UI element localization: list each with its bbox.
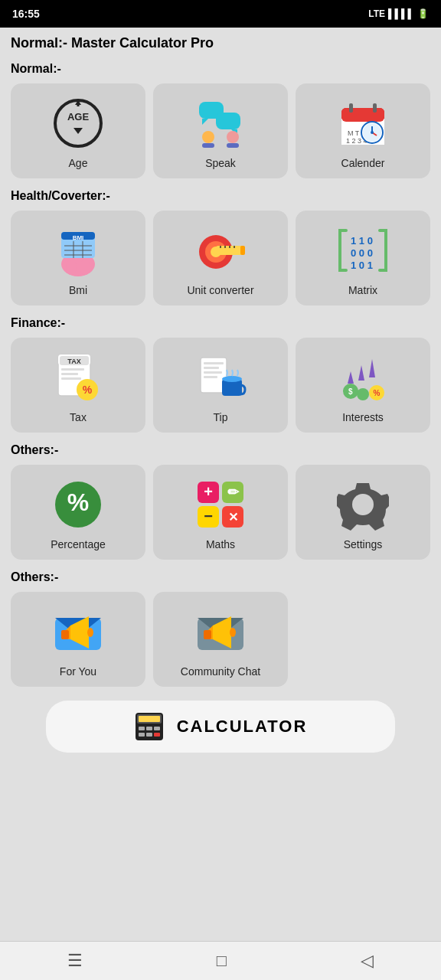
svg-point-11 bbox=[227, 131, 239, 143]
grid-item-percentage[interactable]: % Percentage bbox=[11, 465, 145, 560]
matrix-label: Matrix bbox=[348, 284, 377, 296]
grid-item-speak[interactable]: Speak bbox=[153, 83, 288, 178]
tip-label: Tip bbox=[214, 411, 228, 423]
community-chat-label: Community Chat bbox=[181, 665, 260, 678]
svg-point-24 bbox=[371, 131, 374, 134]
status-right: LTE ▌▌▌▌ 🔋 bbox=[368, 8, 429, 19]
section-label-finance: Finance:- bbox=[0, 310, 441, 333]
nav-home-icon[interactable]: □ bbox=[217, 951, 227, 971]
svg-text:1 1 0: 1 1 0 bbox=[351, 235, 373, 247]
svg-text:$: $ bbox=[348, 387, 353, 396]
for-you-icon bbox=[51, 604, 106, 659]
header-mode: Normal:- bbox=[11, 35, 67, 51]
bmi-label: Bmi bbox=[69, 284, 87, 296]
svg-rect-105 bbox=[139, 716, 160, 722]
svg-point-90 bbox=[87, 628, 93, 637]
svg-rect-26 bbox=[373, 103, 377, 113]
bmi-icon: BMI bbox=[51, 223, 106, 278]
svg-marker-68 bbox=[369, 359, 375, 377]
svg-rect-100 bbox=[146, 727, 152, 730]
svg-rect-7 bbox=[216, 113, 240, 129]
maths-icon: + ✏ − ✕ bbox=[193, 477, 248, 532]
section-label-others1: Others:- bbox=[0, 437, 441, 460]
app-header: Normal:- Master Calculator Pro bbox=[0, 28, 441, 56]
grid-item-tip[interactable]: Tip bbox=[153, 338, 288, 433]
grid-item-tax[interactable]: TAX % Tax bbox=[11, 338, 145, 433]
grid-item-unit-converter[interactable]: Unit converter bbox=[153, 211, 288, 305]
grid-item-matrix[interactable]: 1 1 0 0 0 0 1 0 1 Matrix bbox=[296, 211, 430, 305]
svg-text:✏: ✏ bbox=[227, 485, 240, 500]
grid-item-community-chat[interactable]: Community Chat bbox=[153, 592, 288, 687]
svg-rect-10 bbox=[202, 143, 214, 148]
svg-rect-46 bbox=[240, 246, 245, 255]
nav-bar: ☰ □ ◁ bbox=[0, 941, 441, 980]
network-icon: LTE bbox=[368, 8, 385, 19]
svg-point-70 bbox=[357, 388, 369, 400]
grid-item-for-you[interactable]: For You bbox=[11, 592, 145, 687]
svg-marker-6 bbox=[202, 119, 208, 125]
grid-row-finance: TAX % Tax bbox=[0, 333, 441, 437]
calender-label: Calender bbox=[341, 157, 385, 169]
community-chat-icon bbox=[193, 604, 248, 659]
svg-point-29 bbox=[80, 260, 90, 275]
svg-text:AGE: AGE bbox=[67, 111, 90, 122]
svg-rect-56 bbox=[61, 377, 81, 380]
svg-text:−: − bbox=[204, 508, 213, 524]
tax-icon: TAX % bbox=[51, 350, 106, 405]
svg-point-28 bbox=[66, 260, 77, 275]
calculator-icon bbox=[134, 711, 165, 742]
svg-rect-60 bbox=[204, 362, 224, 364]
tip-icon bbox=[193, 350, 248, 405]
nav-back-icon[interactable]: ◁ bbox=[361, 951, 374, 971]
svg-point-0 bbox=[55, 100, 101, 146]
grid-item-calender[interactable]: M T W T F 1 2 3 4 5 Calender bbox=[296, 83, 430, 178]
age-icon: AGE bbox=[51, 96, 106, 151]
svg-rect-99 bbox=[139, 727, 145, 730]
svg-text:%: % bbox=[67, 488, 89, 516]
svg-rect-12 bbox=[227, 143, 239, 148]
svg-rect-101 bbox=[154, 727, 160, 730]
status-bar: 16:55 LTE ▌▌▌▌ 🔋 bbox=[0, 0, 441, 28]
speak-icon bbox=[193, 96, 248, 151]
svg-text:%: % bbox=[374, 389, 381, 397]
svg-rect-63 bbox=[204, 376, 217, 378]
battery-icon: 🔋 bbox=[417, 8, 429, 19]
unit-converter-icon bbox=[193, 223, 248, 278]
svg-point-9 bbox=[202, 131, 214, 143]
grid-item-empty bbox=[296, 592, 430, 687]
svg-rect-102 bbox=[139, 733, 145, 737]
svg-point-96 bbox=[230, 628, 236, 637]
grid-row-health: BMI Bmi bbox=[0, 206, 441, 310]
section-label-health: Health/Coverter:- bbox=[0, 183, 441, 206]
grid-item-settings[interactable]: Settings bbox=[296, 465, 430, 560]
app-title: Master Calculator Pro bbox=[71, 35, 214, 51]
unit-converter-label: Unit converter bbox=[187, 284, 253, 296]
tax-label: Tax bbox=[70, 411, 87, 423]
interests-icon: $ % bbox=[335, 350, 390, 405]
svg-rect-55 bbox=[61, 373, 78, 375]
nav-menu-icon[interactable]: ☰ bbox=[67, 951, 83, 971]
speak-label: Speak bbox=[205, 157, 236, 169]
svg-text:1 0 1: 1 0 1 bbox=[351, 260, 373, 271]
grid-item-age[interactable]: AGE Age bbox=[11, 83, 145, 178]
svg-rect-17 bbox=[341, 108, 384, 122]
settings-icon bbox=[335, 477, 390, 532]
grid-row-others2: For You Community Chat bbox=[0, 587, 441, 691]
calender-icon: M T W T F 1 2 3 4 5 bbox=[335, 96, 390, 151]
grid-item-interests[interactable]: $ % Interests bbox=[296, 338, 430, 433]
interests-label: Interests bbox=[342, 411, 384, 423]
grid-item-maths[interactable]: + ✏ − ✕ Maths bbox=[153, 465, 288, 560]
percentage-label: Percentage bbox=[51, 538, 106, 550]
svg-text:TAX: TAX bbox=[67, 358, 80, 365]
svg-rect-54 bbox=[61, 368, 84, 371]
calculator-button[interactable]: CALCULATOR bbox=[46, 701, 395, 753]
svg-rect-62 bbox=[204, 371, 222, 374]
svg-text:%: % bbox=[83, 384, 93, 396]
svg-rect-89 bbox=[61, 630, 69, 639]
grid-item-bmi[interactable]: BMI Bmi bbox=[11, 211, 145, 305]
svg-text:BMI: BMI bbox=[73, 234, 84, 241]
svg-rect-61 bbox=[204, 367, 219, 369]
grid-row-others1: % Percentage + ✏ − ✕ Maths bbox=[0, 460, 441, 564]
svg-marker-67 bbox=[358, 365, 364, 381]
percentage-icon: % bbox=[51, 477, 106, 532]
